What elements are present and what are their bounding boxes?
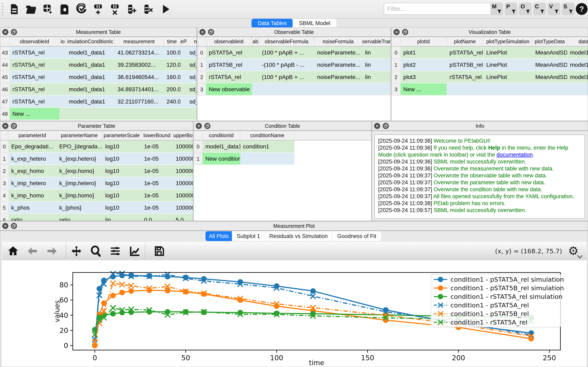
column-header[interactable]: eP [180, 37, 187, 46]
table-cell[interactable]: model1_ [567, 71, 588, 83]
run-simulation-button[interactable] [157, 2, 173, 17]
save-figure-button[interactable] [152, 244, 166, 258]
validate-check-button[interactable] [73, 2, 90, 17]
toolbar-drag-handle[interactable] [2, 3, 3, 16]
plot-tab-residuals-vs-simulation[interactable]: Residuals vs Simulation [265, 231, 332, 241]
table-cell[interactable]: model1_data1 [66, 47, 115, 59]
table-cell[interactable]: sd_ [187, 47, 196, 59]
table-cell[interactable]: 41.062733214... [115, 47, 164, 59]
table-cell[interactable]: 200.0 [164, 83, 180, 96]
row-number[interactable]: 47 [0, 96, 10, 108]
column-header[interactable]: observableFormula [259, 37, 314, 46]
table-cell[interactable]: model1_data1 [66, 83, 115, 96]
table-cell[interactable] [60, 71, 66, 83]
table-cell[interactable]: k_exp_homo [8, 165, 56, 177]
table-cell[interactable]: 1e-05 [141, 202, 173, 214]
table-cell[interactable]: 100.0 [164, 47, 180, 59]
column-header[interactable] [0, 37, 10, 46]
table-cell[interactable]: model1_data1 [66, 96, 115, 108]
table-cell[interactable]: MeanAndSD [532, 47, 567, 59]
table-cell[interactable]: rSTAT5A_rel [447, 71, 483, 83]
column-header[interactable] [392, 37, 401, 46]
table-cell[interactable] [180, 59, 187, 71]
table-cell[interactable]: New condition [203, 153, 240, 165]
row-number[interactable]: 0 [392, 47, 401, 59]
column-header[interactable]: io [60, 37, 66, 46]
column-header[interactable] [197, 37, 206, 46]
table-cell[interactable]: lin [362, 71, 391, 83]
filter-toggle-o[interactable]: O [519, 3, 532, 15]
table-cell[interactable]: lin [362, 47, 391, 59]
row-number[interactable]: 1 [197, 59, 206, 71]
table-cell[interactable]: model1_ [567, 59, 588, 71]
table-cell[interactable]: noiseParamete... [314, 47, 362, 59]
table-cell[interactable] [483, 83, 532, 96]
table-cell[interactable]: model1_ [567, 47, 588, 59]
table-cell[interactable] [60, 83, 66, 96]
column-header[interactable]: plotName [447, 37, 483, 46]
table-cell[interactable]: sd_ [187, 83, 196, 96]
row-number[interactable]: 1 [0, 153, 8, 165]
table-cell[interactable]: MeanAndSD [532, 59, 567, 71]
table-cell[interactable] [60, 108, 66, 120]
table-cell[interactable] [240, 153, 294, 165]
table-cell[interactable]: MeanAndSD [532, 71, 567, 83]
measurement-plot-figure[interactable]: 050100150200250020406080timevaluescondit… [0, 260, 588, 367]
column-header[interactable] [194, 131, 203, 140]
row-number[interactable]: 45 [0, 71, 10, 83]
table-cell[interactable] [252, 59, 259, 71]
table-cell[interactable]: 100000 [173, 165, 193, 177]
tab-sbml-model[interactable]: SBML Model [293, 19, 336, 28]
table-cell[interactable]: lin [362, 59, 391, 71]
table-cell[interactable]: log10 [102, 153, 141, 165]
row-number[interactable]: 44 [0, 59, 10, 71]
row-number[interactable]: 2 [197, 71, 206, 83]
table-cell[interactable]: 34.893714401... [115, 83, 164, 96]
table-cell[interactable] [532, 83, 567, 96]
column-header[interactable]: time [164, 37, 180, 46]
table-cell[interactable]: New ... [10, 108, 60, 120]
table-cell[interactable]: sd_ [187, 59, 196, 71]
chevron-down-icon[interactable] [577, 255, 583, 259]
filter-toggle-s[interactable]: S [562, 3, 574, 15]
table-cell[interactable]: model1_data1 [203, 141, 240, 153]
table-cell[interactable] [252, 71, 259, 83]
table-cell[interactable]: plot2 [401, 59, 447, 71]
table-cell[interactable]: sd_ [187, 71, 196, 83]
row-number[interactable]: 4 [0, 189, 8, 202]
table-cell[interactable] [66, 108, 115, 120]
row-number[interactable]: 0 [197, 47, 206, 59]
table-cell[interactable]: LinePlot [483, 47, 532, 59]
column-header[interactable]: conditionId [203, 131, 240, 140]
table-cell[interactable] [180, 47, 187, 59]
row-number[interactable]: 6 [0, 214, 8, 221]
zoom-to-rect-button[interactable] [89, 244, 103, 258]
table-cell[interactable]: log10 [102, 177, 141, 189]
table-cell[interactable] [259, 83, 314, 96]
table-cell[interactable]: k_imp_homo [8, 189, 56, 202]
table-cell[interactable] [60, 96, 66, 108]
table-cell[interactable]: k_phos [8, 202, 56, 214]
table-cell[interactable]: 1e-05 [141, 165, 173, 177]
table-cell[interactable]: 100000 [173, 141, 193, 153]
table-cell[interactable]: ratio [56, 214, 102, 221]
table-cell[interactable]: rSTAT5A_rel [10, 83, 60, 96]
help-button[interactable]: ? [576, 3, 588, 15]
table-cell[interactable]: noiseParamete... [314, 59, 362, 71]
table-cell[interactable]: k_{exp,hetero} [56, 153, 102, 165]
filter-toggle-v[interactable]: V [547, 3, 560, 15]
table-cell[interactable]: log10 [102, 202, 141, 214]
plot-tab-goodness-of-fit[interactable]: Goodness of Fit [332, 231, 381, 241]
table-cell[interactable]: plot1 [401, 47, 447, 59]
table-cell[interactable]: 100000 [173, 202, 193, 214]
column-header[interactable]: data [567, 37, 588, 46]
row-number[interactable]: 3 [392, 83, 401, 96]
table-cell[interactable] [115, 108, 164, 120]
table-cell[interactable]: EPO_{degrada... [56, 141, 102, 153]
column-header[interactable]: noiseFormula [314, 37, 362, 46]
table-cell[interactable]: rSTAT5A_rel [206, 71, 252, 83]
table-cell[interactable] [180, 71, 187, 83]
row-number[interactable]: 3 [0, 177, 8, 189]
column-header[interactable]: parameterName [56, 131, 102, 140]
pan-button[interactable] [69, 244, 84, 258]
